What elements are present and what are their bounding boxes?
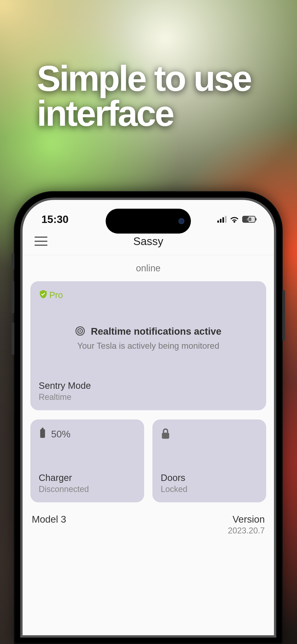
battery-percent: 50% — [51, 429, 70, 440]
connection-status: online — [22, 255, 274, 281]
phone-screen: 15:30 48 Sassy online — [22, 200, 274, 635]
wifi-icon — [230, 216, 239, 223]
side-button — [282, 290, 285, 341]
app-header: Sassy — [22, 228, 274, 255]
vehicle-model: Model 3 — [32, 514, 66, 525]
promo-line-2: interface — [37, 96, 251, 131]
version-value: 2023.20.7 — [228, 526, 265, 536]
side-button — [12, 281, 14, 313]
side-button — [12, 253, 14, 270]
pro-label: Pro — [49, 290, 63, 300]
vehicle-info-row: Model 3 Version 2023.20.7 — [30, 502, 266, 547]
menu-button[interactable] — [34, 236, 48, 246]
version-label: Version — [228, 514, 265, 525]
battery-icon — [39, 428, 46, 440]
doors-label: Doors — [161, 473, 258, 483]
sentry-mode-status: Realtime — [39, 392, 258, 402]
promo-headline: Simple to use interface — [37, 61, 251, 131]
charger-label: Charger — [39, 473, 136, 483]
pro-badge: Pro — [39, 290, 258, 301]
lock-icon — [161, 428, 170, 442]
svg-rect-5 — [162, 433, 169, 439]
phone-frame: 15:30 48 Sassy online — [14, 191, 283, 644]
svg-point-2 — [80, 330, 81, 332]
status-time: 15:30 — [42, 213, 68, 226]
notification-title: Realtime notifications active — [91, 326, 221, 337]
charger-status: Disconnected — [39, 484, 136, 494]
sentry-mode-label: Sentry Mode — [39, 380, 258, 391]
notification-subtitle: Your Tesla is actively being monitored — [77, 341, 219, 351]
sentry-card[interactable]: Pro Realtime notifications active Your T… — [30, 281, 266, 410]
target-icon — [75, 326, 85, 337]
shield-check-icon — [39, 290, 48, 301]
battery-icon: 48 — [242, 216, 256, 223]
promo-line-1: Simple to use — [37, 61, 251, 96]
app-title: Sassy — [133, 235, 164, 248]
side-button — [12, 322, 14, 355]
doors-card[interactable]: Doors Locked — [152, 420, 266, 502]
charger-card[interactable]: 50% Charger Disconnected — [30, 420, 144, 502]
cellular-signal-icon — [217, 216, 226, 223]
svg-rect-4 — [42, 428, 44, 430]
doors-status: Locked — [161, 484, 258, 494]
svg-rect-3 — [40, 429, 45, 438]
